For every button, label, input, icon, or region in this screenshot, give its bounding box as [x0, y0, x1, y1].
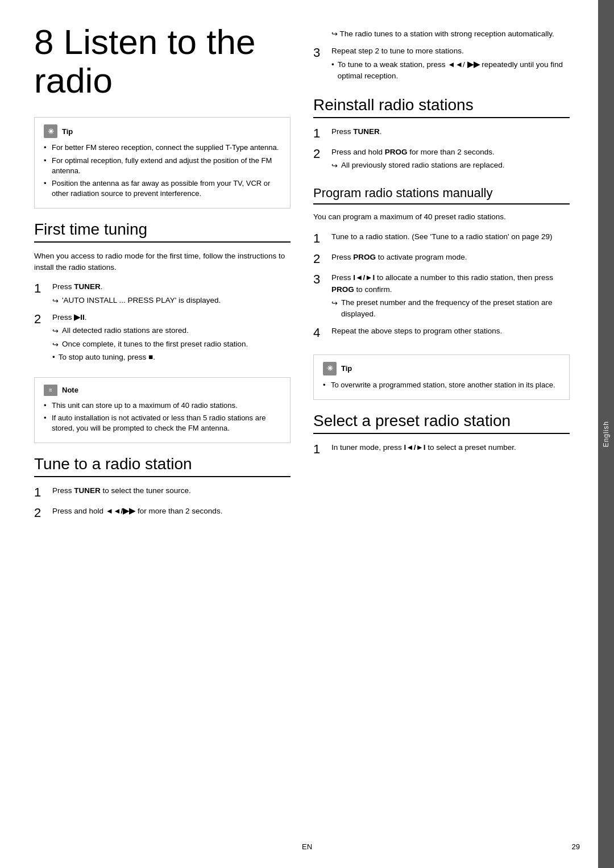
first-time-tuning-heading: First time tuning: [34, 220, 291, 243]
step-content: Press PROG to activate program mode.: [331, 252, 570, 266]
step-prog-1: 1 Tune to a radio station. (See 'Tune to…: [313, 231, 570, 246]
arrow-item: ↪ The preset number and the frequency of…: [331, 297, 570, 320]
tip-item: For optimal reception, fully extend and …: [44, 156, 281, 176]
bullet-text: To stop auto tuning, press ■.: [59, 352, 155, 363]
step-prog-3: 3 Press I◄/►I to allocate a number to th…: [313, 272, 570, 320]
note-icon: ≡: [44, 385, 57, 396]
step-number: 4: [313, 326, 326, 340]
arrow-text: 'AUTO INSTALL ... PRESS PLAY' is display…: [62, 295, 221, 307]
step-content: In tuner mode, press I◄/►I to select a p…: [331, 442, 570, 457]
footer-page-number: 29: [572, 842, 580, 851]
arrow-icon: ↪: [331, 160, 338, 172]
step-number: 1: [34, 281, 47, 306]
step-tune-2: 2 Press and hold ◄◄/▶▶ for more than 2 s…: [34, 506, 291, 520]
arrow-icon: ↪: [52, 326, 59, 337]
en-label: EN: [302, 842, 312, 851]
tip-label: Tip: [62, 127, 73, 136]
chapter-number: 8: [34, 22, 53, 61]
arrow-item: ↪ 'AUTO INSTALL ... PRESS PLAY' is displ…: [52, 295, 291, 307]
arrow-text: The preset number and the frequency of t…: [341, 297, 570, 320]
tip-icon: ✳: [44, 124, 57, 138]
tip-box-program: ✳ Tip To overwrite a programmed station,…: [313, 354, 570, 400]
right-column: ↪ The radio tunes to a station with stro…: [313, 23, 570, 535]
note-item: If auto installation is not activated or…: [44, 413, 281, 433]
section-program-manually: Program radio stations manually You can …: [313, 185, 570, 341]
arrow-item: ↪ All detected radio stations are stored…: [52, 325, 291, 337]
step-number: 1: [313, 442, 326, 457]
step-select-1: 1 In tuner mode, press I◄/►I to select a…: [313, 442, 570, 457]
step-number: 3: [313, 272, 326, 320]
step-content: Repeat step 2 to tune to more stations. …: [331, 45, 570, 82]
tune-radio-heading: Tune to a radio station: [34, 454, 291, 477]
step-1: 1 Press TUNER. ↪ 'AUTO INSTALL ... PRESS…: [34, 281, 291, 306]
step-content: Press and hold ◄◄/▶▶ for more than 2 sec…: [52, 506, 291, 520]
note-box: ≡ Note This unit can store up to a maxim…: [34, 377, 291, 444]
step-2: 2 Press ▶II. ↪ All detected radio statio…: [34, 312, 291, 364]
page-title: 8 Listen to the radio: [34, 23, 291, 100]
arrow-icon: ↪: [331, 30, 338, 38]
arrow-icon: ↪: [52, 295, 59, 307]
footer-en-label: EN: [302, 842, 312, 851]
step-tune-3: 3 Repeat step 2 to tune to more stations…: [313, 45, 570, 82]
tip-box-header: ✳ Tip: [323, 362, 560, 375]
note-box-header: ≡ Note: [44, 385, 281, 396]
main-content: 8 Listen to the radio ✳ Tip For better F…: [0, 0, 598, 868]
step-tune-1: 1 Press TUNER to select the tuner source…: [34, 485, 291, 500]
step-content: Press I◄/►I to allocate a number to this…: [331, 272, 570, 320]
arrow-text: All detected radio stations are stored.: [62, 325, 189, 337]
reinstall-heading: Reinstall radio stations: [313, 95, 570, 118]
side-tab-label: English: [602, 421, 610, 447]
arrow-text: Once complete, it tunes to the first pre…: [62, 339, 248, 350]
step-content: Repeat the above steps to program other …: [331, 326, 570, 340]
step-prog-2: 2 Press PROG to activate program mode.: [313, 252, 570, 266]
arrow-item: ↪ The radio tunes to a station with stro…: [331, 28, 570, 40]
step-reinstall-1: 1 Press TUNER.: [313, 126, 570, 141]
step-number: 3: [313, 45, 326, 82]
step-number: 1: [313, 231, 326, 246]
step-number: 2: [34, 312, 47, 364]
tip-item: For better FM stereo reception, connect …: [44, 143, 281, 153]
title-line1: Listen to the: [64, 22, 256, 61]
bullet-text: To tune to a weak station, press ◄◄/ ▶▶ …: [338, 59, 570, 82]
note-item: This unit can store up to a maximum of 4…: [44, 400, 281, 411]
step-prog-4: 4 Repeat the above steps to program othe…: [313, 326, 570, 340]
bullet-item: • To stop auto tuning, press ■.: [52, 352, 291, 363]
bullet-item: • To tune to a weak station, press ◄◄/ ▶…: [331, 59, 570, 82]
bullet-icon: •: [52, 352, 55, 363]
tip-item: To overwrite a programmed station, store…: [323, 380, 560, 390]
title-line2: radio: [34, 61, 113, 100]
arrow-item: ↪ All previously stored radio stations a…: [331, 160, 570, 172]
section-first-time-tuning: First time tuning When you access to rad…: [34, 220, 291, 363]
arrow-item: ↪ Once complete, it tunes to the first p…: [52, 339, 291, 350]
tip-list: To overwrite a programmed station, store…: [323, 380, 560, 390]
step-content: Press TUNER to select the tuner source.: [52, 485, 291, 500]
page: 8 Listen to the radio ✳ Tip For better F…: [0, 0, 614, 868]
tip-box-top: ✳ Tip For better FM stereo reception, co…: [34, 117, 291, 208]
step-number: 2: [313, 147, 326, 172]
step-number: 1: [34, 485, 47, 500]
tip-label: Tip: [341, 364, 352, 373]
bullet-icon: •: [331, 59, 334, 82]
step-number: 2: [34, 506, 47, 520]
section-tune-radio: Tune to a radio station 1 Press TUNER to…: [34, 454, 291, 520]
section-select-preset: Select a preset radio station 1 In tuner…: [313, 411, 570, 457]
program-manually-heading: Program radio stations manually: [313, 185, 570, 205]
left-column: 8 Listen to the radio ✳ Tip For better F…: [34, 23, 291, 535]
step-content: Press TUNER.: [331, 126, 570, 141]
arrow-text: All previously stored radio stations are…: [341, 160, 504, 172]
step-content: Tune to a radio station. (See 'Tune to a…: [331, 231, 570, 246]
step-number: 2: [313, 252, 326, 266]
note-list: This unit can store up to a maximum of 4…: [44, 400, 281, 434]
arrow-icon: ↪: [52, 339, 59, 350]
first-time-tuning-intro: When you access to radio mode for the fi…: [34, 251, 291, 274]
select-preset-heading: Select a preset radio station: [313, 411, 570, 434]
step-content: Press TUNER. ↪ 'AUTO INSTALL ... PRESS P…: [52, 281, 291, 306]
tip-item: Position the antenna as far away as poss…: [44, 178, 281, 199]
step-number: 1: [313, 126, 326, 141]
step-content: Press ▶II. ↪ All detected radio stations…: [52, 312, 291, 364]
arrow-icon: ↪: [331, 298, 338, 320]
tip-box-header: ✳ Tip: [44, 124, 281, 138]
step-content: Press and hold PROG for more than 2 seco…: [331, 147, 570, 172]
side-tab: English: [598, 0, 614, 868]
tune-step2-arrow: ↪ The radio tunes to a station with stro…: [313, 28, 570, 40]
